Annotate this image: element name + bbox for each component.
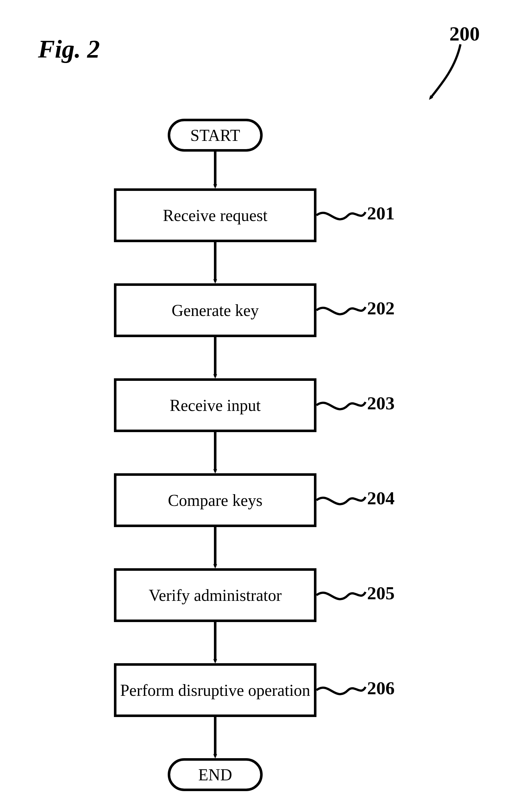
leader-200 bbox=[430, 44, 461, 98]
leader-201 bbox=[316, 212, 365, 219]
end-node: END bbox=[168, 758, 262, 791]
step-202-box: Generate key bbox=[114, 283, 316, 337]
label-203: 203 bbox=[367, 393, 395, 414]
figure-canvas: Fig. 2 200 START Receive request Generat… bbox=[0, 0, 525, 812]
leader-203 bbox=[316, 402, 365, 409]
step-204-box: Compare keys bbox=[114, 473, 316, 527]
label-205: 205 bbox=[367, 582, 395, 604]
leader-204 bbox=[316, 497, 365, 504]
figure-title: Fig. 2 bbox=[38, 35, 100, 64]
label-206: 206 bbox=[367, 677, 395, 699]
step-206-box: Perform disruptive operation bbox=[114, 663, 316, 717]
step-203-box: Receive input bbox=[114, 378, 316, 432]
start-node: START bbox=[168, 119, 262, 152]
label-204: 204 bbox=[367, 488, 395, 509]
label-201: 201 bbox=[367, 203, 395, 224]
step-201-box: Receive request bbox=[114, 188, 316, 242]
overall-ref-200: 200 bbox=[449, 22, 480, 46]
leader-206 bbox=[316, 687, 365, 694]
label-202: 202 bbox=[367, 298, 395, 319]
leader-202 bbox=[316, 307, 365, 314]
step-205-box: Verify administrator bbox=[114, 568, 316, 622]
leader-205 bbox=[316, 592, 365, 599]
